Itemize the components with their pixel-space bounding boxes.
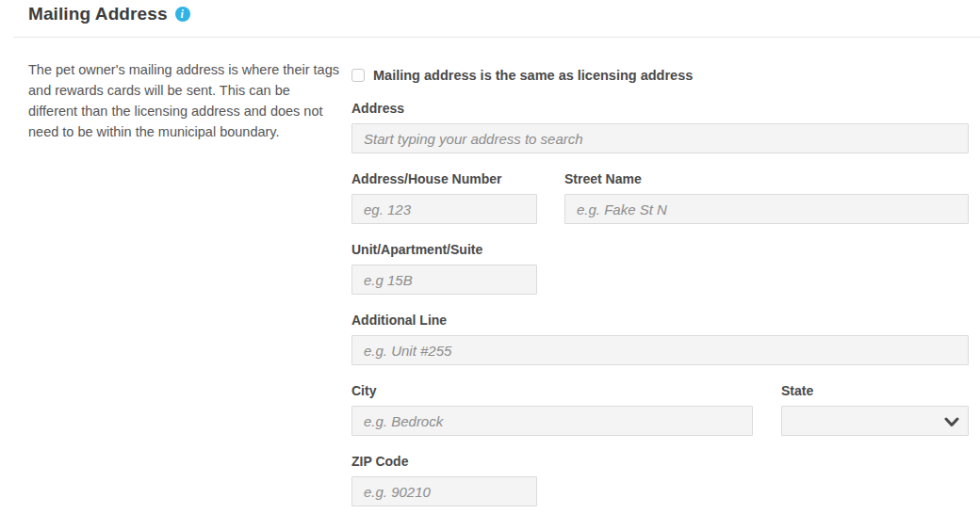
unit-label: Unit/Apartment/Suite: [351, 242, 969, 257]
state-group: State: [781, 383, 969, 436]
same-address-checkbox-label[interactable]: Mailing address is the same as licensing…: [373, 68, 693, 83]
house-number-input[interactable]: [351, 194, 537, 224]
street-name-group: Street Name: [564, 171, 969, 224]
zip-label: ZIP Code: [351, 454, 969, 469]
same-address-checkbox[interactable]: [351, 69, 365, 82]
additional-line-input[interactable]: [351, 335, 969, 365]
state-select-wrap: [781, 406, 969, 436]
state-select[interactable]: [782, 407, 968, 435]
unit-input[interactable]: [351, 265, 537, 295]
address-search-group: Address: [351, 101, 969, 153]
info-circle-icon[interactable]: i: [175, 7, 190, 22]
page-title: Mailing Address: [28, 4, 168, 24]
city-state-row: City State: [351, 383, 969, 436]
zip-input[interactable]: [351, 476, 537, 506]
additional-line-label: Additional Line: [351, 313, 969, 328]
address-search-input[interactable]: [351, 123, 969, 153]
city-group: City: [351, 383, 753, 436]
state-label: State: [781, 383, 969, 398]
unit-group: Unit/Apartment/Suite: [351, 242, 969, 295]
house-street-row: Address/House Number Street Name: [351, 171, 969, 224]
section-header: Mailing Address i: [0, 0, 980, 24]
city-label: City: [351, 383, 753, 398]
house-number-label: Address/House Number: [351, 171, 537, 186]
address-search-label: Address: [351, 101, 969, 116]
street-name-input[interactable]: [564, 194, 969, 224]
city-input[interactable]: [351, 406, 753, 436]
mailing-address-form: Mailing address is the same as licensing…: [351, 68, 969, 506]
additional-line-group: Additional Line: [351, 313, 969, 365]
zip-group: ZIP Code: [351, 454, 969, 506]
street-name-label: Street Name: [564, 171, 969, 186]
same-address-checkbox-row: Mailing address is the same as licensing…: [351, 68, 969, 83]
house-number-group: Address/House Number: [351, 171, 537, 224]
section-description: The pet owner's mailing address is where…: [28, 59, 341, 506]
mailing-address-section: The pet owner's mailing address is where…: [0, 38, 980, 506]
